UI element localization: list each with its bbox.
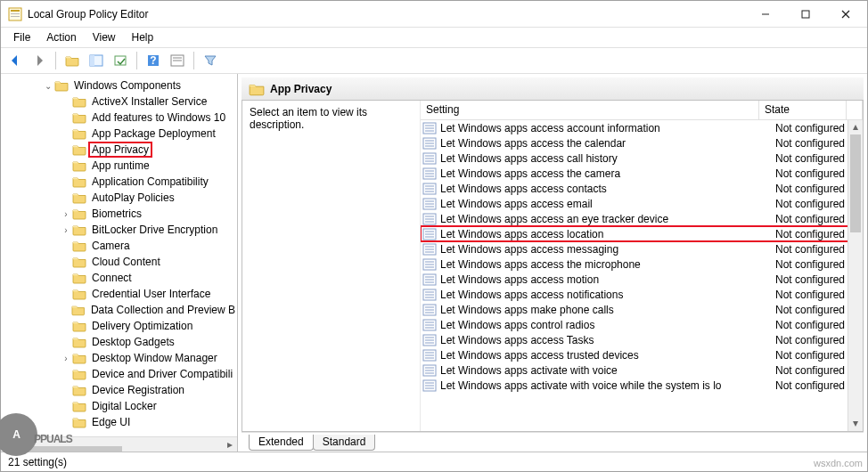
menu-view[interactable]: View bbox=[86, 29, 123, 45]
tree-item-label: Desktop Window Manager bbox=[90, 352, 219, 364]
setting-row[interactable]: Let Windows apps make phone callsNot con… bbox=[421, 302, 863, 317]
tree-item[interactable]: App runtime bbox=[1, 158, 237, 174]
setting-row[interactable]: Let Windows apps access locationNot conf… bbox=[421, 226, 863, 241]
menu-help[interactable]: Help bbox=[125, 29, 161, 45]
setting-row[interactable]: Let Windows apps access the calendarNot … bbox=[421, 135, 863, 151]
tree-item-label: Camera bbox=[90, 240, 132, 252]
folder-icon bbox=[72, 352, 86, 364]
setting-row[interactable]: Let Windows apps access the microphoneNo… bbox=[421, 256, 863, 272]
tree-item[interactable]: Device Registration bbox=[1, 382, 237, 398]
setting-icon bbox=[422, 273, 437, 286]
title-bar: Local Group Policy Editor bbox=[1, 1, 867, 28]
svg-rect-13 bbox=[90, 55, 94, 66]
tree-item[interactable]: Cloud Content bbox=[1, 254, 237, 270]
list-vertical-scrollbar[interactable]: ▴ ▾ bbox=[848, 120, 863, 431]
setting-icon bbox=[422, 152, 437, 165]
tree-item-label: Delivery Optimization bbox=[90, 320, 194, 332]
filter-button[interactable] bbox=[200, 50, 221, 71]
setting-row[interactable]: Let Windows apps access an eye tracker d… bbox=[421, 211, 863, 226]
setting-name: Let Windows apps access Tasks bbox=[440, 334, 775, 346]
setting-name: Let Windows apps control radios bbox=[440, 319, 775, 331]
tree-item[interactable]: ›BitLocker Drive Encryption bbox=[1, 222, 237, 238]
setting-row[interactable]: Let Windows apps activate with voice whi… bbox=[421, 378, 863, 393]
tree-item[interactable]: Delivery Optimization bbox=[1, 318, 237, 334]
tree-item[interactable]: Data Collection and Preview B bbox=[1, 302, 237, 318]
setting-row[interactable]: Let Windows apps control radiosNot confi… bbox=[421, 317, 863, 332]
folder-icon bbox=[72, 159, 86, 172]
tree-item[interactable]: Application Compatibility bbox=[1, 174, 237, 190]
setting-icon bbox=[422, 213, 437, 225]
minimize-button[interactable] bbox=[745, 1, 785, 27]
tree-item[interactable]: Camera bbox=[1, 238, 237, 254]
folder-icon bbox=[72, 95, 86, 108]
tree-item-label: App Package Deployment bbox=[90, 127, 217, 140]
setting-icon bbox=[422, 183, 437, 195]
setting-row[interactable]: Let Windows apps access call historyNot … bbox=[421, 151, 863, 166]
folder-icon bbox=[72, 320, 86, 332]
setting-row[interactable]: Let Windows apps access notificationsNot… bbox=[421, 287, 863, 302]
column-setting[interactable]: Setting bbox=[421, 101, 759, 119]
setting-icon bbox=[422, 319, 437, 331]
tree-item[interactable]: Add features to Windows 10 bbox=[1, 110, 237, 126]
menu-action[interactable]: Action bbox=[39, 29, 83, 45]
properties-button[interactable] bbox=[167, 50, 188, 71]
tab-extended[interactable]: Extended bbox=[249, 435, 314, 451]
tree-item-label: AutoPlay Policies bbox=[90, 191, 176, 204]
setting-row[interactable]: Let Windows apps access the cameraNot co… bbox=[421, 166, 863, 181]
setting-row[interactable]: Let Windows apps access contactsNot conf… bbox=[421, 181, 863, 196]
folder-icon bbox=[72, 191, 86, 204]
folder-icon bbox=[72, 111, 86, 124]
chevron-right-icon[interactable]: › bbox=[60, 209, 72, 219]
maximize-button[interactable] bbox=[785, 1, 825, 27]
setting-row[interactable]: Let Windows apps access trusted devicesN… bbox=[421, 347, 863, 362]
description-prompt: Select an item to view its description. bbox=[250, 106, 367, 131]
tree-root[interactable]: ⌄Windows Components bbox=[1, 77, 237, 94]
folder-icon bbox=[72, 400, 86, 412]
tree-item[interactable]: Connect bbox=[1, 270, 237, 286]
setting-row[interactable]: Let Windows apps access account informat… bbox=[421, 120, 863, 135]
tree-item[interactable]: ›Biometrics bbox=[1, 206, 237, 222]
help-button[interactable]: ? bbox=[143, 50, 164, 71]
tree-item[interactable]: Digital Locker bbox=[1, 398, 237, 414]
setting-name: Let Windows apps make phone calls bbox=[440, 304, 775, 316]
setting-name: Let Windows apps access an eye tracker d… bbox=[440, 213, 775, 225]
forward-button[interactable] bbox=[29, 50, 50, 71]
export-button[interactable] bbox=[110, 50, 131, 71]
show-hide-tree-button[interactable] bbox=[86, 50, 107, 71]
column-spacer bbox=[847, 101, 863, 119]
setting-icon bbox=[422, 258, 437, 271]
tree-item[interactable]: AutoPlay Policies bbox=[1, 190, 237, 206]
tree-item[interactable]: ActiveX Installer Service bbox=[1, 94, 237, 110]
tree-item[interactable]: Device and Driver Compatibili bbox=[1, 366, 237, 382]
back-button[interactable] bbox=[4, 50, 26, 71]
chevron-right-icon[interactable]: › bbox=[60, 354, 72, 363]
tree-item[interactable]: Desktop Gadgets bbox=[1, 334, 237, 350]
up-button[interactable] bbox=[61, 50, 83, 71]
folder-icon bbox=[72, 384, 86, 396]
setting-row[interactable]: Let Windows apps access motionNot config… bbox=[421, 272, 863, 287]
toolbar: ? bbox=[1, 47, 867, 74]
setting-row[interactable]: Let Windows apps activate with voiceNot … bbox=[421, 362, 863, 378]
tree-item-label: Data Collection and Preview B bbox=[89, 304, 237, 316]
tree-pane: ⌄Windows ComponentsActiveX Installer Ser… bbox=[1, 74, 238, 452]
tree-item[interactable]: App Package Deployment bbox=[1, 126, 237, 142]
chevron-right-icon[interactable]: › bbox=[60, 225, 72, 235]
tree-item[interactable]: Credential User Interface bbox=[1, 286, 237, 302]
setting-row[interactable]: Let Windows apps access TasksNot configu… bbox=[421, 332, 863, 347]
tree-item[interactable]: ›Desktop Window Manager bbox=[1, 350, 237, 366]
column-state[interactable]: State bbox=[759, 101, 847, 119]
menu-file[interactable]: File bbox=[6, 29, 37, 45]
tab-strip: Extended Standard bbox=[242, 432, 864, 452]
setting-row[interactable]: Let Windows apps access emailNot configu… bbox=[421, 196, 863, 211]
tree-item[interactable]: App Privacy bbox=[1, 142, 237, 158]
chevron-down-icon[interactable]: ⌄ bbox=[42, 81, 54, 91]
folder-icon bbox=[72, 240, 86, 252]
setting-icon bbox=[422, 122, 437, 134]
setting-row[interactable]: Let Windows apps access messagingNot con… bbox=[421, 241, 863, 256]
settings-list: Setting State Let Windows apps access ac… bbox=[421, 101, 863, 431]
close-button[interactable] bbox=[825, 1, 865, 27]
setting-name: Let Windows apps access email bbox=[440, 198, 775, 210]
tab-standard[interactable]: Standard bbox=[313, 435, 376, 451]
status-bar: 21 setting(s) bbox=[1, 452, 867, 471]
setting-icon bbox=[422, 289, 437, 301]
